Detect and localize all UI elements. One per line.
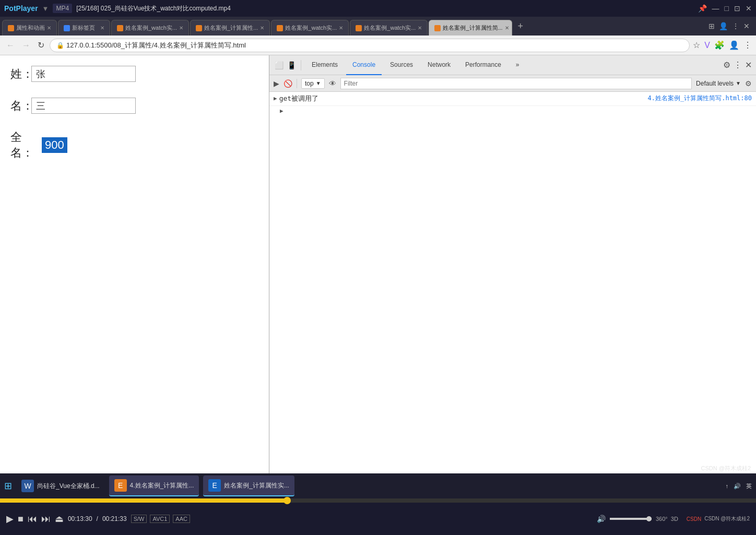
next-button[interactable]: ⏭ xyxy=(41,514,51,525)
title-bar: PotPlayer ▼ MP4 [25/168] 025_尚硅谷Vue技术_wa… xyxy=(0,0,756,17)
tab-console[interactable]: Console xyxy=(346,55,382,75)
devtools-settings-icon[interactable]: ⚙ xyxy=(723,60,730,70)
tab-properties[interactable]: 属性和动画 ✕ xyxy=(2,20,57,35)
console-level-select[interactable]: Default levels ▼ xyxy=(696,80,741,87)
tab-newtab[interactable]: 新标签页 ✕ xyxy=(58,20,110,35)
console-clear-icon[interactable]: 🚫 xyxy=(284,79,292,88)
maximize-icon[interactable]: □ xyxy=(725,4,729,13)
window-controls[interactable]: 📌 — □ ⊡ ✕ xyxy=(698,4,752,13)
console-filter-input[interactable] xyxy=(340,78,692,89)
tab-watch1[interactable]: 姓名案例_watch实... ✕ xyxy=(111,20,189,35)
tab-computed-short[interactable]: 姓名案例_计算属性简... ✕ xyxy=(429,20,512,35)
extension-icon[interactable]: V xyxy=(704,41,710,50)
devtools-close-icon[interactable]: ✕ xyxy=(745,60,752,70)
tab-elements[interactable]: Elements xyxy=(305,55,344,75)
name-row: 名： xyxy=(10,98,258,114)
new-tab-button[interactable]: + xyxy=(513,21,527,32)
taskbar-word-label: 尚硅谷_Vue全家桶.d... xyxy=(37,482,100,491)
console-run-icon[interactable]: ▶ xyxy=(274,79,279,88)
taskbar-item-browser1[interactable]: E 4.姓名案例_计算属性... xyxy=(109,475,199,496)
tab-more[interactable]: » xyxy=(510,55,526,75)
profile-icon[interactable]: 👤 xyxy=(719,22,728,30)
fullname-label: 全名： xyxy=(10,129,42,161)
surname-input[interactable] xyxy=(31,66,136,82)
minimize-icon[interactable]: — xyxy=(712,4,719,13)
media-volume-bar[interactable] xyxy=(610,518,652,520)
media-meta: S/W AVC1 AAC xyxy=(131,515,190,523)
console-context-value: top xyxy=(305,80,314,87)
media-3d-button[interactable]: 3D xyxy=(671,516,678,522)
tab-close-icon[interactable]: ✕ xyxy=(100,25,104,31)
divider xyxy=(301,60,301,70)
chevron-down-icon: ▼ xyxy=(316,80,321,86)
tab-close-icon[interactable]: ✕ xyxy=(505,25,509,31)
tab-network[interactable]: Network xyxy=(421,55,457,75)
tab-computed1[interactable]: 姓名案例_计算属性... ✕ xyxy=(190,20,270,35)
taskbar-item-word[interactable]: W 尚硅谷_Vue全家桶.d... xyxy=(16,475,105,496)
inspect-element-icon[interactable]: ⬜ xyxy=(274,60,284,70)
eject-button[interactable]: ⏏ xyxy=(55,513,64,525)
tab-close-icon[interactable]: ✕ xyxy=(339,25,343,31)
more-icon[interactable]: ⋮ xyxy=(743,40,752,50)
tab-label: 姓名案例_watch实... xyxy=(125,24,177,32)
volume-icon[interactable]: 🔊 xyxy=(734,483,741,490)
potplayer-logo[interactable]: PotPlayer xyxy=(4,4,38,13)
expand-arrow-icon[interactable]: ▶ xyxy=(280,108,284,114)
console-settings-icon[interactable]: ⚙ xyxy=(745,79,752,88)
media-total-time: 00:21:33 xyxy=(102,515,127,522)
forward-button[interactable]: → xyxy=(20,40,32,51)
media-360-button[interactable]: 360° xyxy=(656,516,668,522)
media-progress-bar[interactable] xyxy=(0,498,756,503)
tab-label: 姓名案例_计算属性... xyxy=(204,24,258,32)
fullscreen-icon[interactable]: ⊡ xyxy=(734,4,740,13)
volume-icon[interactable]: 🔊 xyxy=(597,515,606,523)
console-source-link[interactable]: 4.姓名案例_计算属性简写.html:80 xyxy=(648,94,752,103)
media-controls: ▶ ■ ⏮ ⏭ ⏏ 00:13:30 / 00:21:33 S/W AVC1 A… xyxy=(0,503,756,535)
network-icon[interactable]: ↑ xyxy=(726,483,729,489)
browser-tabs-bar: 属性和动画 ✕ 新标签页 ✕ 姓名案例_watch实... ✕ 姓名案例_计算属… xyxy=(0,17,756,35)
tab-close-icon[interactable]: ✕ xyxy=(260,25,264,31)
refresh-button[interactable]: ↻ xyxy=(36,39,46,51)
pin-icon[interactable]: 📌 xyxy=(698,4,707,13)
ime-icon[interactable]: 英 xyxy=(746,482,752,490)
devtools-more-icon[interactable]: ⋮ xyxy=(734,60,742,70)
console-level-label: Default levels xyxy=(696,80,734,87)
devtools-header-controls: ⚙ ⋮ ✕ xyxy=(723,60,752,70)
taskbar-item-browser2[interactable]: E 姓名案例_计算属性实... xyxy=(203,475,294,496)
back-button[interactable]: ← xyxy=(4,40,17,51)
tab-watch2[interactable]: 姓名案例_watch实... ✕ xyxy=(271,20,349,35)
prev-button[interactable]: ⏮ xyxy=(28,514,37,525)
bookmark-icon[interactable]: ☆ xyxy=(693,40,700,50)
taskbar: ⊞ W 尚硅谷_Vue全家桶.d... E 4.姓名案例_计算属性... E 姓… xyxy=(0,473,756,498)
play-button[interactable]: ▶ xyxy=(6,513,14,525)
media-volume-fill xyxy=(610,518,652,520)
media-volume-thumb[interactable] xyxy=(646,516,652,521)
account-icon[interactable]: 👤 xyxy=(729,40,739,50)
address-input[interactable]: 🔒 127.0.0.1:5500/08_计算属性/4.姓名案例_计算属性简写.h… xyxy=(50,39,690,52)
name-input[interactable] xyxy=(31,98,136,114)
console-toolbar: ▶ 🚫 top ▼ 👁 Default levels ▼ ⚙ xyxy=(269,75,756,92)
tab-watch3[interactable]: 姓名案例_watch实... ✕ xyxy=(350,20,428,35)
media-separator: / xyxy=(97,515,98,522)
tab-sources[interactable]: Sources xyxy=(384,55,419,75)
tab-favicon xyxy=(277,25,283,31)
expand-icon[interactable]: ▶ xyxy=(274,95,277,102)
address-text: 127.0.0.1:5500/08_计算属性/4.姓名案例_计算属性简写.htm… xyxy=(66,41,246,50)
close-browser-icon[interactable]: ✕ xyxy=(743,22,750,30)
tab-close-icon[interactable]: ✕ xyxy=(47,25,51,31)
extension2-icon[interactable]: 🧩 xyxy=(714,40,725,50)
close-icon[interactable]: ✕ xyxy=(746,4,752,13)
menu-icon[interactable]: ⋮ xyxy=(732,22,739,30)
chevron-down-icon: ▼ xyxy=(736,80,741,86)
extensions-icon[interactable]: ⊞ xyxy=(708,22,715,30)
tab-performance[interactable]: Performance xyxy=(459,55,507,75)
tab-close-icon[interactable]: ✕ xyxy=(418,25,422,31)
console-eye-icon[interactable]: 👁 xyxy=(329,79,336,88)
start-button[interactable]: ⊞ xyxy=(4,480,12,492)
tab-close-icon[interactable]: ✕ xyxy=(179,25,183,31)
devtools-action-icons: ⬜ 📱 xyxy=(274,60,297,70)
console-context-select[interactable]: top ▼ xyxy=(301,78,325,89)
stop-button[interactable]: ■ xyxy=(18,514,23,525)
media-volume-area: 🔊 360° 3D CSDN CSDN @符木成桂2 xyxy=(597,515,750,523)
device-toggle-icon[interactable]: 📱 xyxy=(286,60,297,70)
